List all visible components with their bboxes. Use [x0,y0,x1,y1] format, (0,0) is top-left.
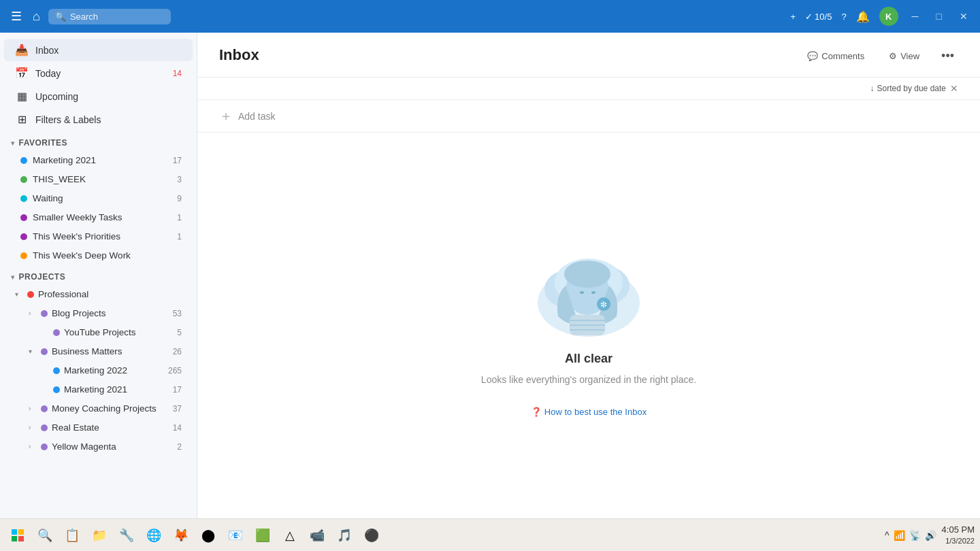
favorites-section[interactable]: ▾ Favorites [0,131,197,150]
view-btn[interactable]: ⚙ View [882,48,926,65]
project-marketing2022[interactable]: Marketing 2022 265 [4,361,193,380]
start-button[interactable] [5,523,30,548]
comments-btn[interactable]: 💬 Comments [800,48,871,65]
svg-rect-14 [12,529,17,535]
project-chevron: ▾ [15,290,23,298]
content-area: Inbox 💬 Comments ⚙ View ••• ↓ Sorted by … [197,33,980,518]
project-youtube-projects[interactable]: YouTube Projects 5 [4,323,193,341]
search-placeholder: Search [70,12,98,22]
avatar[interactable]: K [879,7,898,26]
projects-section[interactable]: ▾ Projects [0,265,197,284]
sidebar-nav: 📥 Inbox 📅 Today 14 ▦ Upcoming ⊞ Filters … [0,33,197,462]
mail-btn[interactable]: 📧 [223,523,248,548]
help-icon: ❓ [531,407,542,417]
project-count: 53 [173,309,182,318]
sidebar-item-filters[interactable]: ⊞ Filters & Labels [4,108,193,131]
title-bar-right: + ✓10/5 ? 🔔 K ─ □ ✕ [790,7,972,26]
sidebar: 📥 Inbox 📅 Today 14 ▦ Upcoming ⊞ Filters … [0,33,197,518]
search-taskbar-btn[interactable]: 🔍 [33,523,57,548]
fav-marketing2021[interactable]: Marketing 2021 17 [4,151,193,169]
clock[interactable]: 4:05 PM 1/3/2022 [942,524,975,546]
app1-btn[interactable]: 🔧 [114,523,139,548]
fav-waiting[interactable]: Waiting 9 [4,189,193,207]
sidebar-item-inbox[interactable]: 📥 Inbox [4,39,193,61]
sort-arrow-icon: ↓ [870,84,875,93]
fav-count: 9 [177,194,182,203]
filters-icon: ⊞ [15,113,29,126]
upcoming-icon: ▦ [15,90,29,103]
favorites-label: Favorites [19,138,68,148]
close-btn[interactable]: ✕ [956,11,972,22]
project-count: 265 [168,366,182,375]
project-label: YouTube Projects [64,327,173,337]
chrome-btn[interactable]: ⬤ [196,523,220,548]
fav-this-week[interactable]: THIS_WEEK 3 [4,170,193,188]
fav-label: Marketing 2021 [33,155,167,165]
fav-count: 3 [177,175,182,184]
system-tray: ^ 📶 📡 🔊 [885,530,936,541]
chevron-icon[interactable]: ^ [885,530,889,541]
fav-this-week-priorities[interactable]: This Week's Priorities 1 [4,227,193,246]
project-label: Professional [38,289,182,299]
edge-btn[interactable]: 🌐 [142,523,166,548]
more-btn[interactable]: ••• [937,46,958,66]
task-view-btn[interactable]: 📋 [60,523,84,548]
project-professional[interactable]: ▾ Professional [4,285,193,303]
empty-title: All clear [565,352,612,366]
file-explorer-btn[interactable]: 📁 [87,523,112,548]
sidebar-item-upcoming[interactable]: ▦ Upcoming [4,85,193,107]
karma-btn[interactable]: ✓10/5 [805,12,832,22]
svg-rect-16 [12,536,17,541]
help-link[interactable]: ❓ How to best use the Inbox [531,407,647,417]
notifications-btn[interactable]: 🔔 [856,10,870,23]
today-count: 14 [173,69,182,78]
fav-this-week-deep[interactable]: This Week's Deep Work [4,246,193,265]
header-actions: 💬 Comments ⚙ View ••• [800,46,958,77]
spotify-btn[interactable]: 🎵 [332,523,357,548]
sidebar-item-today[interactable]: 📅 Today 14 [4,62,193,84]
project-business-matters[interactable]: ▾ Business Matters 26 [4,342,193,361]
app3-btn[interactable]: ⚫ [359,523,384,548]
project-dot [41,348,48,355]
title-bar: ☰ ⌂ 🔍 Search + ✓10/5 ? 🔔 K ─ □ ✕ [0,0,980,33]
search-bar[interactable]: 🔍 Search [48,9,171,24]
project-marketing2021b[interactable]: Marketing 2021 17 [4,380,193,399]
fav-label: This Week's Deep Work [33,250,182,261]
fav-label: Smaller Weekly Tasks [33,212,172,222]
help-btn[interactable]: ? [841,12,846,22]
hamburger-icon[interactable]: ☰ [8,6,24,27]
wifi-icon[interactable]: 📡 [909,530,921,541]
gdrive-btn[interactable]: △ [278,523,302,548]
project-count: 17 [173,385,182,395]
network-icon[interactable]: 📶 [894,530,905,541]
project-dot [53,367,60,374]
restore-btn[interactable]: □ [932,11,946,22]
add-task-plus-icon: ＋ [219,107,233,125]
project-yellow-magenta[interactable]: › Yellow Magenta 2 [4,437,193,456]
project-blog-projects[interactable]: › Blog Projects 53 [4,304,193,322]
sort-close-btn[interactable]: ✕ [950,83,958,94]
fav-dot [20,195,27,202]
project-label: Yellow Magenta [52,441,173,452]
taskbar-right: ^ 📶 📡 🔊 4:05 PM 1/3/2022 [885,524,975,546]
taskbar: 🔍 📋 📁 🔧 🌐 🦊 ⬤ 📧 🟩 △ 📹 🎵 ⚫ ^ 📶 📡 🔊 4:05 P… [0,518,980,551]
svg-text:✼: ✼ [600,300,607,310]
home-icon[interactable]: ⌂ [30,7,43,27]
minimize-btn[interactable]: ─ [908,11,923,22]
page-title: Inbox [219,46,259,75]
project-real-estate[interactable]: › Real Estate 14 [4,418,193,437]
meet-btn[interactable]: 📹 [305,523,329,548]
add-task-btn[interactable]: + [790,12,796,22]
sort-text: ↓ Sorted by due date [870,84,946,93]
firefox-btn[interactable]: 🦊 [169,523,193,548]
project-dot [27,291,34,298]
project-dot [41,444,48,450]
add-task-row[interactable]: ＋ Add task [197,100,980,133]
projects-chevron: ▾ [11,273,15,281]
fav-smaller-weekly[interactable]: Smaller Weekly Tasks 1 [4,208,193,227]
svg-rect-15 [18,529,24,535]
today-label: Today [35,68,166,79]
volume-icon[interactable]: 🔊 [925,530,936,541]
project-money-coaching[interactable]: › Money Coaching Projects 37 [4,399,193,418]
app2-btn[interactable]: 🟩 [250,523,275,548]
